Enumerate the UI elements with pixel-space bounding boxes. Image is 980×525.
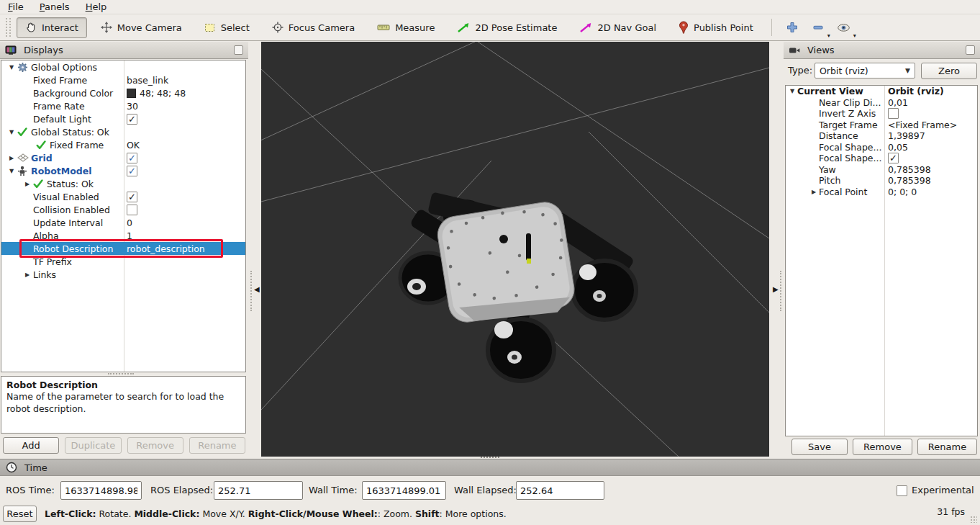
expander-closed-icon[interactable]: ▶: [6, 155, 17, 161]
views-panel-float-button[interactable]: [966, 45, 975, 55]
tree-row-current-view[interactable]: ▼Current ViewOrbit (rviz): [786, 86, 977, 97]
tree-row-fixed-frame[interactable]: Fixed Framebase_link: [1, 73, 245, 86]
row-value-cell[interactable]: 1: [124, 229, 132, 242]
row-value-cell[interactable]: [124, 125, 127, 138]
right-splitter[interactable]: ▶: [770, 42, 784, 457]
row-value-cell[interactable]: [124, 177, 127, 190]
help-splitter-handle[interactable]: [108, 373, 134, 375]
expander-open-icon[interactable]: ▼: [787, 88, 797, 94]
row-value-cell[interactable]: 0: [124, 216, 132, 229]
tree-row-status-ok[interactable]: ▶Status: Ok: [1, 177, 245, 190]
menu-help[interactable]: Help: [78, 0, 115, 14]
tree-row-invert-z-axis[interactable]: Invert Z Axis: [786, 108, 977, 120]
views-remove-button[interactable]: Remove: [853, 439, 912, 455]
tree-row-fixed-frame[interactable]: Fixed FrameOK: [1, 138, 245, 151]
toolbar-drag-handle[interactable]: [6, 18, 11, 37]
tree-row-focal-shape[interactable]: Focal Shape...✓: [786, 153, 977, 164]
views-save-button[interactable]: Save: [791, 439, 848, 455]
row-value-cell[interactable]: 30: [124, 99, 138, 112]
toolbar-minus-button[interactable]: ▾: [807, 17, 830, 37]
row-value-cell[interactable]: <Fixed Frame>: [884, 120, 957, 130]
row-value-cell[interactable]: [884, 108, 899, 119]
row-value-cell[interactable]: ✓: [124, 190, 137, 203]
view-type-combobox[interactable]: Orbit (rviz) ▼: [815, 63, 915, 78]
collapse-left-icon[interactable]: ◀: [254, 285, 260, 293]
tree-row-default-light[interactable]: Default Light✓: [1, 112, 245, 125]
render-viewport-3d[interactable]: [261, 42, 769, 457]
tree-row-background-color[interactable]: Background Color48; 48; 48: [1, 86, 245, 99]
row-value-cell[interactable]: ✓: [884, 153, 899, 163]
tool-publish-point[interactable]: Publish Point: [670, 17, 762, 38]
tree-row-collision-enabled[interactable]: Collision Enabled: [1, 203, 245, 216]
row-value-cell[interactable]: base_link: [124, 73, 168, 86]
row-value-cell[interactable]: Orbit (rviz): [884, 86, 944, 97]
tool-interact[interactable]: Interact: [17, 17, 87, 38]
tree-row-yaw[interactable]: Yaw0,785398: [786, 164, 977, 176]
displays-panel-float-button[interactable]: [234, 45, 243, 55]
tool-2d-pose-estimate[interactable]: 2D Pose Estimate: [448, 17, 566, 38]
row-value-cell[interactable]: 0,05: [884, 142, 908, 153]
tree-row-grid[interactable]: ▶Grid✓: [1, 151, 245, 164]
checkbox-checked[interactable]: ✓: [127, 114, 137, 125]
row-value-cell[interactable]: OK: [124, 138, 140, 151]
checkbox-checked[interactable]: ✓: [888, 153, 899, 163]
experimental-checkbox[interactable]: [897, 485, 907, 496]
tree-row-near-clip-di[interactable]: Near Clip Di...0,01: [786, 97, 977, 109]
tree-row-focal-point[interactable]: ▶Focal Point0; 0; 0: [786, 187, 977, 198]
tool-focus-camera[interactable]: Focus Camera: [263, 17, 363, 38]
tool-measure[interactable]: Measure: [368, 17, 443, 38]
row-value-cell[interactable]: 0,785398: [884, 164, 931, 175]
zero-button[interactable]: Zero: [921, 63, 977, 79]
row-value-cell[interactable]: [124, 203, 137, 216]
row-value-cell[interactable]: ✓: [124, 164, 137, 177]
tree-row-robotmodel[interactable]: ▼RobotModel✓: [1, 164, 245, 177]
row-value-cell[interactable]: robot_description: [124, 242, 205, 255]
tool-select[interactable]: Select: [196, 17, 258, 38]
menu-panels[interactable]: Panels: [32, 0, 78, 14]
checkbox-checked[interactable]: ✓: [127, 166, 137, 176]
resize-grip[interactable]: [970, 516, 977, 523]
wall-time-input[interactable]: [362, 481, 446, 500]
checkbox-unchecked[interactable]: [888, 108, 899, 119]
expander-open-icon[interactable]: ▼: [6, 168, 17, 174]
row-value-cell[interactable]: ✓: [124, 151, 137, 164]
left-splitter[interactable]: ◀: [248, 42, 262, 457]
checkbox-unchecked[interactable]: [127, 205, 137, 215]
tree-row-distance[interactable]: Distance1,39897: [786, 130, 977, 142]
row-value-cell[interactable]: 1,39897: [884, 130, 925, 141]
row-value-cell[interactable]: 48; 48; 48: [124, 86, 186, 99]
expander-closed-icon[interactable]: ▶: [22, 181, 33, 187]
tree-row-frame-rate[interactable]: Frame Rate30: [1, 99, 245, 112]
ros-elapsed-input[interactable]: [214, 481, 303, 500]
expander-closed-icon[interactable]: ▶: [22, 272, 33, 278]
toolbar-plus-button[interactable]: [781, 17, 804, 37]
reset-button[interactable]: Reset: [3, 506, 37, 522]
tool-2d-nav-goal[interactable]: 2D Nav Goal: [571, 17, 665, 38]
displays-add-button[interactable]: Add: [3, 437, 59, 454]
row-value-cell[interactable]: 0; 0; 0: [884, 187, 917, 197]
expander-open-icon[interactable]: ▼: [6, 129, 17, 135]
ros-time-input[interactable]: [60, 481, 142, 500]
tree-row-global-status-ok[interactable]: ▼Global Status: Ok: [1, 125, 245, 138]
tree-row-pitch[interactable]: Pitch0,785398: [786, 175, 977, 187]
tree-row-alpha[interactable]: Alpha1: [1, 229, 245, 242]
views-rename-button[interactable]: Rename: [917, 439, 977, 455]
row-value-cell[interactable]: 0,785398: [884, 175, 931, 186]
collapse-right-icon[interactable]: ▶: [773, 285, 779, 293]
tree-row-focal-shape[interactable]: Focal Shape...0,05: [786, 142, 977, 153]
menu-file[interactable]: File: [0, 0, 32, 14]
tree-row-robot-description[interactable]: Robot Descriptionrobot_description: [1, 242, 245, 255]
row-value-cell[interactable]: [124, 60, 127, 73]
row-value-cell[interactable]: [124, 255, 127, 268]
tree-row-global-options[interactable]: ▼Global Options: [1, 60, 245, 73]
checkbox-checked[interactable]: ✓: [127, 192, 137, 202]
tree-row-tf-prefix[interactable]: TF Prefix: [1, 255, 245, 268]
tree-row-visual-enabled[interactable]: Visual Enabled✓: [1, 190, 245, 203]
tree-row-update-interval[interactable]: Update Interval0: [1, 216, 245, 229]
tool-move-camera[interactable]: Move Camera: [92, 17, 191, 38]
row-value-cell[interactable]: ✓: [124, 112, 137, 125]
row-value-cell[interactable]: [124, 268, 127, 281]
expander-closed-icon[interactable]: ▶: [809, 189, 819, 195]
expander-open-icon[interactable]: ▼: [6, 64, 17, 71]
wall-elapsed-input[interactable]: [516, 481, 604, 500]
